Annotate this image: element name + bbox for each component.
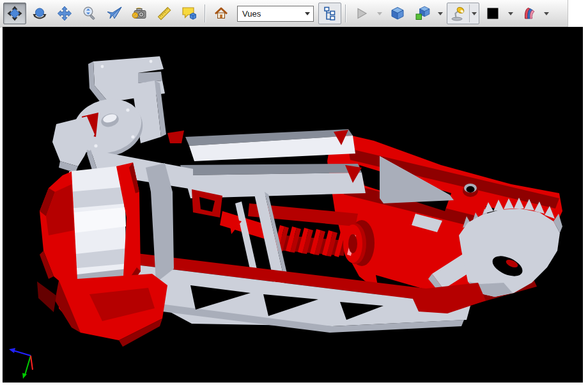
- play-icon: [354, 6, 369, 21]
- model-canvas[interactable]: [3, 27, 583, 383]
- viewport-3d[interactable]: [3, 27, 583, 383]
- markup-tool-button[interactable]: [178, 3, 201, 24]
- toolbar-button-strip: Vues: [0, 0, 568, 28]
- model-assembly[interactable]: [9, 56, 562, 379]
- play-animation-button: [350, 3, 373, 24]
- home-icon: [213, 6, 229, 21]
- zoom-icon: [82, 6, 97, 21]
- home-view-button[interactable]: [210, 3, 233, 24]
- lamp-icon: [450, 6, 467, 21]
- pan-tool-button[interactable]: [53, 3, 76, 24]
- orientation-triad: [9, 348, 33, 379]
- chevron-down-icon: [305, 12, 310, 15]
- fly-through-tool-button[interactable]: [103, 3, 126, 24]
- play-dropdown-arrow: [375, 3, 384, 24]
- views-dropdown-value: Vues: [238, 9, 304, 19]
- pan-icon: [57, 6, 72, 21]
- black-swatch-icon: [485, 6, 500, 21]
- lighting-button-group: [447, 3, 479, 24]
- measure-tool-button[interactable]: [153, 3, 176, 24]
- background-color-button[interactable]: [481, 3, 504, 24]
- airplane-icon: [106, 6, 123, 21]
- background-color-dropdown-arrow[interactable]: [506, 3, 515, 24]
- lighting-dropdown-arrow[interactable]: [470, 3, 479, 24]
- lighting-button[interactable]: [447, 4, 469, 23]
- section-view-dropdown-arrow[interactable]: [542, 3, 551, 24]
- tree-icon: [322, 6, 337, 21]
- camera-icon: [131, 6, 148, 21]
- section-icon: [520, 6, 537, 21]
- orbit-icon: [32, 6, 47, 21]
- zoom-tool-button[interactable]: [78, 3, 101, 24]
- toolbar-separator: [345, 4, 346, 22]
- cube-green-icon: [415, 6, 430, 21]
- snapshot-tool-button[interactable]: [128, 3, 151, 24]
- rotate-tool-button[interactable]: [3, 3, 26, 24]
- shaded-view-button[interactable]: [386, 3, 409, 24]
- component-tree-button[interactable]: [318, 3, 341, 24]
- rotate-icon: [7, 6, 22, 21]
- shaded-cube-icon: [390, 6, 405, 21]
- display-mode-dropdown-arrow[interactable]: [436, 3, 445, 24]
- main-toolbar: Vues: [0, 0, 588, 27]
- ruler-icon: [157, 6, 172, 21]
- display-mode-button[interactable]: [411, 3, 434, 24]
- toolbar-separator: [205, 4, 206, 22]
- orbit-tool-button[interactable]: [28, 3, 51, 24]
- comment-cube-icon: [181, 6, 197, 21]
- section-view-button[interactable]: [517, 3, 540, 24]
- views-dropdown[interactable]: Vues: [237, 6, 314, 22]
